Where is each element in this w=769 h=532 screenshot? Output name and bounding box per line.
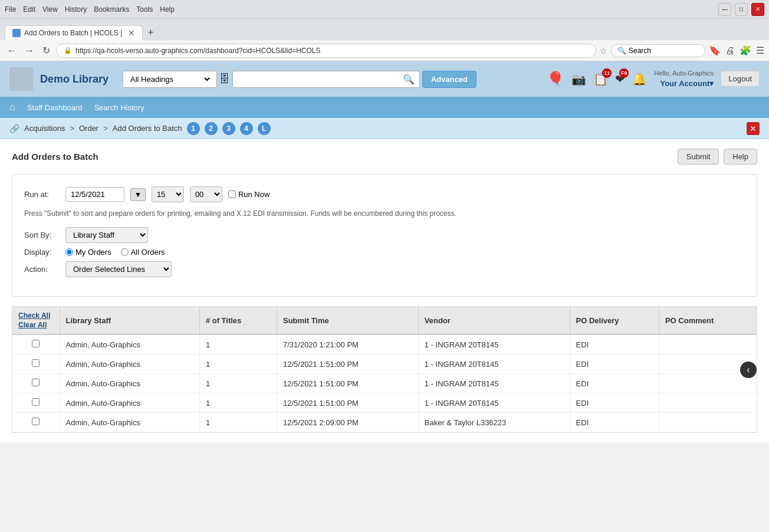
- browser-search-box[interactable]: 🔍 Search: [611, 44, 705, 57]
- table-header-row: Check All Clear All Library Staff # of T…: [12, 307, 757, 334]
- row-checkbox-1[interactable]: [32, 359, 40, 367]
- step-badge-4[interactable]: 4: [240, 122, 253, 135]
- my-orders-radio[interactable]: [65, 248, 73, 256]
- search-input[interactable]: [238, 75, 403, 84]
- menu-history[interactable]: History: [65, 5, 87, 14]
- row-checkbox-2[interactable]: [32, 379, 40, 386]
- row-po-delivery-0: EDI: [570, 334, 659, 354]
- advanced-search-button[interactable]: Advanced: [422, 71, 476, 88]
- new-tab-button[interactable]: +: [143, 27, 159, 39]
- run-at-section: Run at: ▼ 15 00 Run Now Press "Submit" t…: [12, 174, 757, 297]
- back-button[interactable]: ←: [5, 44, 19, 57]
- sort-by-select[interactable]: Library Staff Vendor Submit Time: [65, 227, 148, 243]
- row-checkbox-cell-3: [12, 393, 60, 413]
- extension-icon[interactable]: 🧩: [740, 45, 751, 56]
- bookmark-star-icon[interactable]: ☆: [600, 46, 607, 55]
- row-vendor-3: 1 - INGRAM 20T8145: [418, 393, 570, 413]
- table-row: Admin, Auto-Graphics 1 12/5/2021 1:51:00…: [12, 393, 757, 413]
- bookmark-manager-icon[interactable]: 🔖: [709, 45, 721, 56]
- scroll-right-button[interactable]: ‹: [740, 362, 757, 378]
- search-button[interactable]: 🔍: [403, 74, 415, 85]
- tab-title: Add Orders to Batch | HCOLS |: [24, 29, 122, 37]
- heading-select[interactable]: All Headings: [128, 74, 212, 84]
- all-orders-radio[interactable]: [121, 248, 129, 256]
- row-vendor-0: 1 - INGRAM 20T8145: [418, 334, 570, 354]
- display-row: Display: My Orders All Orders: [24, 248, 745, 257]
- all-orders-label[interactable]: All Orders: [121, 248, 165, 257]
- browser-search-placeholder: Search: [629, 47, 651, 55]
- refresh-button[interactable]: ↻: [40, 44, 52, 57]
- run-now-label[interactable]: Run Now: [228, 190, 270, 199]
- menu-view[interactable]: View: [42, 5, 58, 14]
- breadcrumb-order[interactable]: Order: [79, 124, 98, 133]
- breadcrumb-acquisitions[interactable]: Acquisitions: [24, 124, 65, 133]
- run-at-label: Run at:: [24, 190, 60, 199]
- row-checkbox-0[interactable]: [32, 340, 40, 347]
- forward-button[interactable]: →: [22, 44, 37, 57]
- calendar-button[interactable]: ▼: [130, 188, 146, 201]
- app-logo-text: Demo Library: [40, 73, 109, 86]
- your-account-link[interactable]: Your Account▾: [660, 79, 714, 88]
- col-po-comment: PO Comment: [659, 307, 757, 334]
- row-po-delivery-2: EDI: [570, 374, 659, 393]
- orders-table: Check All Clear All Library Staff # of T…: [12, 307, 757, 432]
- run-at-hour-select[interactable]: 15: [152, 186, 184, 202]
- window-minimize[interactable]: —: [718, 3, 731, 16]
- row-checkbox-3[interactable]: [32, 398, 40, 406]
- database-icon[interactable]: 🗄: [219, 73, 230, 86]
- row-num-titles-3: 1: [199, 393, 277, 413]
- menu-file[interactable]: File: [5, 5, 16, 14]
- search-history-link[interactable]: Search History: [94, 103, 144, 112]
- heart-badge: F9: [619, 68, 629, 78]
- tab-close-icon[interactable]: ✕: [128, 28, 135, 38]
- heading-select-container[interactable]: All Headings: [123, 71, 217, 88]
- step-badge-3[interactable]: 3: [222, 122, 235, 135]
- run-at-minute-select[interactable]: 00: [190, 186, 222, 202]
- window-close[interactable]: ✕: [751, 3, 764, 16]
- sort-by-row: Sort By: Library Staff Vendor Submit Tim…: [24, 227, 745, 243]
- menu-bookmarks[interactable]: Bookmarks: [94, 5, 129, 14]
- info-text: Press "Submit" to sort and prepare order…: [24, 209, 745, 218]
- submit-button[interactable]: Submit: [678, 149, 719, 165]
- browser-menu-icon[interactable]: ☰: [756, 45, 764, 56]
- address-box[interactable]: 🔒 https://qa-hcols-verso.auto-graphics.c…: [56, 44, 596, 58]
- check-all-link[interactable]: Check All: [18, 311, 54, 320]
- staff-dashboard-link[interactable]: Staff Dashboard: [27, 103, 83, 112]
- browser-tab-active[interactable]: Add Orders to Batch | HCOLS | ✕: [5, 25, 143, 40]
- breadcrumb-sep-2: >: [103, 124, 108, 133]
- breadcrumb-sep-1: >: [70, 124, 74, 133]
- action-select[interactable]: Order Selected Lines Delete Selected Lin…: [65, 261, 172, 277]
- camera-icon[interactable]: 📷: [571, 72, 586, 86]
- run-now-checkbox[interactable]: [228, 191, 236, 198]
- logout-button[interactable]: Logout: [721, 71, 760, 87]
- my-orders-text: My Orders: [75, 248, 111, 257]
- run-at-date-input[interactable]: [65, 187, 124, 202]
- print-icon[interactable]: 🖨: [725, 45, 735, 56]
- row-checkbox-cell-1: [12, 354, 60, 374]
- list-icon[interactable]: 📋 11: [593, 72, 608, 86]
- clear-all-link[interactable]: Clear All: [18, 321, 54, 329]
- hot-air-balloon-icon[interactable]: 🎈: [547, 71, 564, 87]
- bell-icon[interactable]: 🔔: [632, 72, 647, 86]
- app-logo-icon: [9, 67, 33, 91]
- step-badge-2[interactable]: 2: [205, 122, 218, 135]
- action-row: Action: Order Selected Lines Delete Sele…: [24, 261, 745, 277]
- menu-edit[interactable]: Edit: [23, 5, 35, 14]
- step-badge-l[interactable]: L: [258, 122, 271, 135]
- row-checkbox-4[interactable]: [32, 418, 40, 425]
- table-row: Admin, Auto-Graphics 1 12/5/2021 2:09:00…: [12, 413, 757, 432]
- menu-help[interactable]: Help: [160, 5, 175, 14]
- table-body: Admin, Auto-Graphics 1 7/31/2020 1:21:00…: [12, 334, 757, 432]
- menu-tools[interactable]: Tools: [136, 5, 153, 14]
- row-checkbox-cell-4: [12, 413, 60, 432]
- all-orders-text: All Orders: [131, 248, 165, 257]
- check-all-clear-all: Check All Clear All: [18, 311, 54, 329]
- my-orders-label[interactable]: My Orders: [65, 248, 111, 257]
- help-button[interactable]: Help: [724, 149, 757, 165]
- close-button[interactable]: ✕: [747, 122, 760, 135]
- step-badge-1[interactable]: 1: [187, 122, 200, 135]
- breadcrumb-link-icon: 🔗: [9, 124, 19, 133]
- heart-icon[interactable]: ❤ F9: [615, 72, 625, 86]
- window-maximize[interactable]: □: [735, 3, 748, 16]
- home-icon[interactable]: ⌂: [9, 102, 15, 113]
